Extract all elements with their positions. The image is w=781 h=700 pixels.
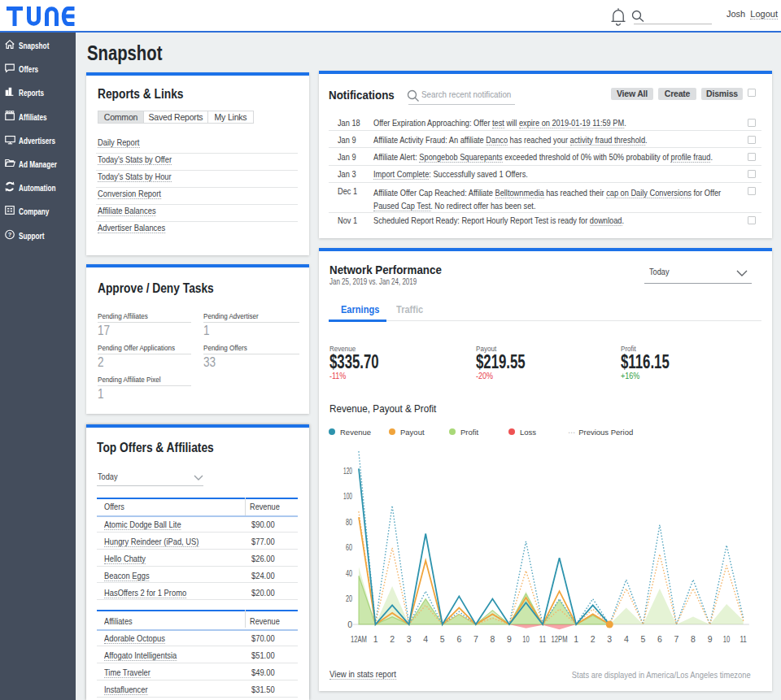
svg-text:100: 100 xyxy=(343,491,352,501)
svg-text:12AM: 12AM xyxy=(351,634,367,644)
svg-text:8: 8 xyxy=(490,634,495,644)
svg-text:60: 60 xyxy=(346,542,352,552)
svg-text:11: 11 xyxy=(539,634,547,644)
svg-text:6: 6 xyxy=(456,634,461,644)
svg-text:10: 10 xyxy=(522,634,530,644)
svg-text:7: 7 xyxy=(473,634,478,644)
svg-text:3: 3 xyxy=(607,634,612,644)
svg-text:10: 10 xyxy=(723,634,731,644)
svg-text:9: 9 xyxy=(507,634,512,644)
svg-text:4: 4 xyxy=(624,634,629,644)
svg-text:1: 1 xyxy=(574,634,578,644)
svg-text:3: 3 xyxy=(407,634,412,644)
svg-text:80: 80 xyxy=(346,517,352,527)
svg-text:4: 4 xyxy=(423,634,428,644)
svg-text:0: 0 xyxy=(347,620,352,629)
svg-text:6: 6 xyxy=(657,634,662,644)
svg-text:9: 9 xyxy=(708,634,713,644)
svg-text:12PM: 12PM xyxy=(552,634,568,644)
svg-text:7: 7 xyxy=(674,634,679,644)
svg-text:40: 40 xyxy=(346,568,352,578)
svg-text:2: 2 xyxy=(591,634,596,644)
svg-text:5: 5 xyxy=(640,634,645,644)
svg-text:11: 11 xyxy=(740,634,747,644)
svg-text:8: 8 xyxy=(691,634,696,644)
svg-text:2: 2 xyxy=(390,634,395,644)
svg-text:?: ? xyxy=(8,231,12,238)
svg-text:120: 120 xyxy=(343,466,352,476)
svg-text:5: 5 xyxy=(440,634,445,644)
svg-text:20: 20 xyxy=(346,593,352,603)
svg-text:1: 1 xyxy=(373,634,378,644)
